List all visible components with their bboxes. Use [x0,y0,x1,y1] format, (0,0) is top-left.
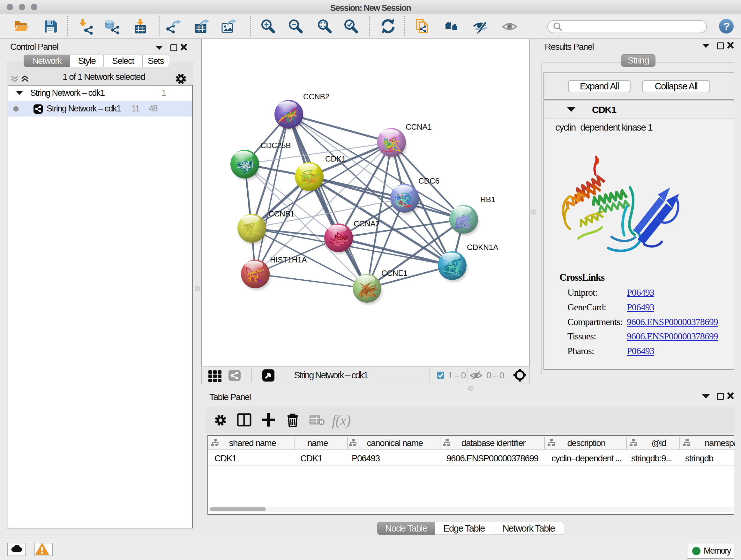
svg-text:HIST1H1A: HIST1H1A [270,255,307,264]
svg-text:CCNE1: CCNE1 [381,269,408,277]
svg-text:CCNB2: CCNB2 [303,92,329,101]
svg-text:CDK1: CDK1 [325,154,346,163]
svg-text:CCNB1: CCNB1 [268,209,294,218]
svg-text:CDKN1A: CDKN1A [467,243,498,252]
svg-text:RB1: RB1 [480,195,495,204]
svg-text:CCNA1: CCNA1 [406,123,432,131]
svg-text:CDC25B: CDC25B [260,141,291,150]
svg-text:CCNA2: CCNA2 [354,219,380,228]
svg-text:CDC6: CDC6 [418,177,440,185]
